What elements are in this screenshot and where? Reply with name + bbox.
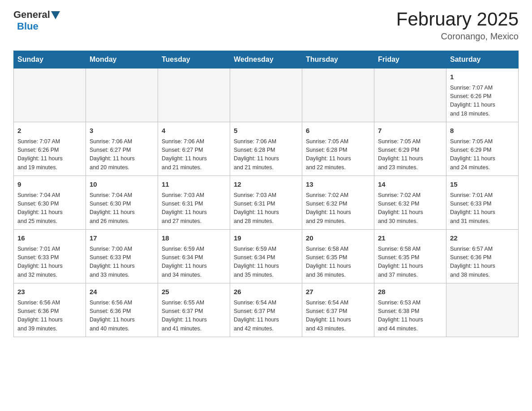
calendar-week-row-2: 2Sunrise: 7:07 AM Sunset: 6:26 PM Daylig… — [14, 122, 519, 176]
day-number: 1 — [450, 72, 515, 82]
day-info: Sunrise: 7:05 AM Sunset: 6:29 PM Dayligh… — [450, 137, 515, 172]
weekday-header-wednesday: Wednesday — [230, 51, 302, 68]
calendar-table: SundayMondayTuesdayWednesdayThursdayFrid… — [13, 51, 519, 337]
day-info: Sunrise: 7:06 AM Sunset: 6:28 PM Dayligh… — [234, 137, 298, 172]
day-info: Sunrise: 6:53 AM Sunset: 6:38 PM Dayligh… — [378, 299, 442, 334]
calendar-title: February 2025 — [396, 9, 519, 30]
calendar-cell — [86, 68, 158, 122]
calendar-cell: 22Sunrise: 6:57 AM Sunset: 6:36 PM Dayli… — [446, 230, 519, 283]
calendar-subtitle: Coronango, Mexico — [396, 31, 519, 42]
day-info: Sunrise: 7:03 AM Sunset: 6:31 PM Dayligh… — [162, 191, 226, 226]
day-number: 24 — [90, 287, 154, 297]
day-info: Sunrise: 7:06 AM Sunset: 6:27 PM Dayligh… — [90, 137, 154, 172]
day-info: Sunrise: 7:02 AM Sunset: 6:32 PM Dayligh… — [378, 191, 442, 226]
day-info: Sunrise: 7:07 AM Sunset: 6:26 PM Dayligh… — [17, 137, 82, 172]
day-info: Sunrise: 6:58 AM Sunset: 6:35 PM Dayligh… — [306, 245, 370, 280]
calendar-cell: 11Sunrise: 7:03 AM Sunset: 6:31 PM Dayli… — [158, 176, 230, 230]
page-header: General Blue February 2025 Coronango, Me… — [13, 9, 519, 42]
calendar-cell: 14Sunrise: 7:02 AM Sunset: 6:32 PM Dayli… — [374, 176, 446, 230]
svg-marker-0 — [51, 11, 60, 19]
day-info: Sunrise: 6:55 AM Sunset: 6:37 PM Dayligh… — [162, 299, 226, 334]
day-info: Sunrise: 7:05 AM Sunset: 6:28 PM Dayligh… — [306, 137, 370, 172]
day-info: Sunrise: 6:57 AM Sunset: 6:36 PM Dayligh… — [450, 245, 515, 280]
day-info: Sunrise: 6:59 AM Sunset: 6:34 PM Dayligh… — [162, 245, 226, 280]
calendar-cell: 28Sunrise: 6:53 AM Sunset: 6:38 PM Dayli… — [374, 283, 446, 337]
day-info: Sunrise: 7:07 AM Sunset: 6:26 PM Dayligh… — [450, 84, 515, 119]
day-info: Sunrise: 6:56 AM Sunset: 6:36 PM Dayligh… — [17, 299, 82, 334]
calendar-cell: 15Sunrise: 7:01 AM Sunset: 6:33 PM Dayli… — [446, 176, 519, 230]
calendar-cell: 23Sunrise: 6:56 AM Sunset: 6:36 PM Dayli… — [14, 283, 86, 337]
calendar-cell: 10Sunrise: 7:04 AM Sunset: 6:30 PM Dayli… — [86, 176, 158, 230]
weekday-header-sunday: Sunday — [14, 51, 86, 68]
calendar-cell: 25Sunrise: 6:55 AM Sunset: 6:37 PM Dayli… — [158, 283, 230, 337]
day-info: Sunrise: 7:02 AM Sunset: 6:32 PM Dayligh… — [306, 191, 370, 226]
calendar-cell: 20Sunrise: 6:58 AM Sunset: 6:35 PM Dayli… — [302, 230, 374, 283]
calendar-cell: 1Sunrise: 7:07 AM Sunset: 6:26 PM Daylig… — [446, 68, 519, 122]
calendar-cell — [302, 68, 374, 122]
day-number: 25 — [162, 287, 226, 297]
day-info: Sunrise: 7:04 AM Sunset: 6:30 PM Dayligh… — [90, 191, 154, 226]
calendar-cell: 21Sunrise: 6:58 AM Sunset: 6:35 PM Dayli… — [374, 230, 446, 283]
weekday-header-saturday: Saturday — [446, 51, 519, 68]
calendar-cell — [230, 68, 302, 122]
day-info: Sunrise: 7:00 AM Sunset: 6:33 PM Dayligh… — [90, 245, 154, 280]
day-number: 5 — [234, 126, 298, 136]
calendar-cell: 17Sunrise: 7:00 AM Sunset: 6:33 PM Dayli… — [86, 230, 158, 283]
calendar-cell: 4Sunrise: 7:06 AM Sunset: 6:27 PM Daylig… — [158, 122, 230, 176]
calendar-cell: 24Sunrise: 6:56 AM Sunset: 6:36 PM Dayli… — [86, 283, 158, 337]
day-info: Sunrise: 7:04 AM Sunset: 6:30 PM Dayligh… — [17, 191, 82, 226]
calendar-cell: 13Sunrise: 7:02 AM Sunset: 6:32 PM Dayli… — [302, 176, 374, 230]
day-info: Sunrise: 6:56 AM Sunset: 6:36 PM Dayligh… — [90, 299, 154, 334]
day-info: Sunrise: 7:06 AM Sunset: 6:27 PM Dayligh… — [162, 137, 226, 172]
day-info: Sunrise: 7:01 AM Sunset: 6:33 PM Dayligh… — [450, 191, 515, 226]
calendar-week-row-3: 9Sunrise: 7:04 AM Sunset: 6:30 PM Daylig… — [14, 176, 519, 230]
calendar-week-row-4: 16Sunrise: 7:01 AM Sunset: 6:33 PM Dayli… — [14, 230, 519, 283]
calendar-cell: 27Sunrise: 6:54 AM Sunset: 6:37 PM Dayli… — [302, 283, 374, 337]
day-number: 11 — [162, 180, 226, 190]
day-number: 17 — [90, 233, 154, 244]
calendar-cell: 5Sunrise: 7:06 AM Sunset: 6:28 PM Daylig… — [230, 122, 302, 176]
weekday-header-thursday: Thursday — [302, 51, 374, 68]
day-info: Sunrise: 7:01 AM Sunset: 6:33 PM Dayligh… — [17, 245, 82, 280]
logo-general-text: General — [13, 9, 50, 21]
day-number: 15 — [450, 180, 515, 190]
day-number: 23 — [17, 287, 82, 297]
calendar-cell: 2Sunrise: 7:07 AM Sunset: 6:26 PM Daylig… — [14, 122, 86, 176]
logo: General Blue — [13, 9, 60, 32]
day-number: 18 — [162, 233, 226, 244]
day-number: 13 — [306, 180, 370, 190]
day-number: 20 — [306, 233, 370, 244]
day-number: 6 — [306, 126, 370, 136]
day-number: 3 — [90, 126, 154, 136]
day-info: Sunrise: 7:05 AM Sunset: 6:29 PM Dayligh… — [378, 137, 442, 172]
day-info: Sunrise: 6:54 AM Sunset: 6:37 PM Dayligh… — [234, 299, 298, 334]
day-number: 7 — [378, 126, 442, 136]
day-info: Sunrise: 6:58 AM Sunset: 6:35 PM Dayligh… — [378, 245, 442, 280]
calendar-cell — [14, 68, 86, 122]
day-info: Sunrise: 6:59 AM Sunset: 6:34 PM Dayligh… — [234, 245, 298, 280]
calendar-cell — [158, 68, 230, 122]
day-number: 10 — [90, 180, 154, 190]
day-number: 4 — [162, 126, 226, 136]
calendar-cell: 16Sunrise: 7:01 AM Sunset: 6:33 PM Dayli… — [14, 230, 86, 283]
calendar-week-row-1: 1Sunrise: 7:07 AM Sunset: 6:26 PM Daylig… — [14, 68, 519, 122]
day-number: 21 — [378, 233, 442, 244]
calendar-cell — [446, 283, 519, 337]
calendar-cell: 7Sunrise: 7:05 AM Sunset: 6:29 PM Daylig… — [374, 122, 446, 176]
day-info: Sunrise: 7:03 AM Sunset: 6:31 PM Dayligh… — [234, 191, 298, 226]
day-info: Sunrise: 6:54 AM Sunset: 6:37 PM Dayligh… — [306, 299, 370, 334]
title-section: February 2025 Coronango, Mexico — [396, 9, 519, 42]
day-number: 26 — [234, 287, 298, 297]
calendar-cell: 8Sunrise: 7:05 AM Sunset: 6:29 PM Daylig… — [446, 122, 519, 176]
weekday-header-row: SundayMondayTuesdayWednesdayThursdayFrid… — [14, 51, 519, 68]
weekday-header-friday: Friday — [374, 51, 446, 68]
calendar-cell: 19Sunrise: 6:59 AM Sunset: 6:34 PM Dayli… — [230, 230, 302, 283]
calendar-cell: 26Sunrise: 6:54 AM Sunset: 6:37 PM Dayli… — [230, 283, 302, 337]
weekday-header-tuesday: Tuesday — [158, 51, 230, 68]
day-number: 27 — [306, 287, 370, 297]
logo-triangle-icon — [51, 11, 60, 19]
calendar-week-row-5: 23Sunrise: 6:56 AM Sunset: 6:36 PM Dayli… — [14, 283, 519, 337]
logo-blue-text: Blue — [17, 21, 39, 32]
calendar-cell: 12Sunrise: 7:03 AM Sunset: 6:31 PM Dayli… — [230, 176, 302, 230]
day-number: 8 — [450, 126, 515, 136]
